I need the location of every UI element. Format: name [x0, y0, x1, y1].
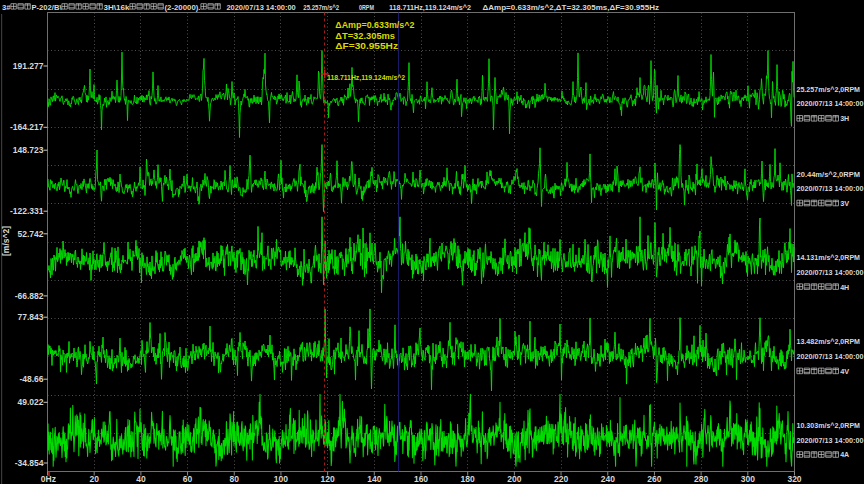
svg-text:140: 140 [367, 474, 381, 484]
svg-text:0Hz: 0Hz [41, 474, 56, 484]
svg-text:2020/07/13 14:00:00: 2020/07/13 14:00:00 [797, 268, 864, 277]
svg-text:320: 320 [787, 474, 801, 484]
svg-text:2020/07/13 14:00:00: 2020/07/13 14:00:00 [797, 99, 864, 108]
svg-text:148.723: 148.723 [13, 145, 44, 155]
svg-text:3V: 3V [840, 199, 850, 208]
svg-text:80: 80 [229, 474, 239, 484]
svg-text:(2-20000).: (2-20000). [165, 3, 201, 12]
svg-text:-164.217: -164.217 [10, 122, 44, 132]
svg-text:2020/07/13 14:00:00: 2020/07/13 14:00:00 [797, 352, 864, 361]
svg-text:200: 200 [507, 474, 521, 484]
svg-text:-66.882: -66.882 [15, 291, 44, 301]
svg-text:2020/07/13 14:00:00: 2020/07/13 14:00:00 [797, 436, 864, 445]
svg-text:300: 300 [741, 474, 755, 484]
svg-text:4V: 4V [840, 367, 850, 376]
svg-text:4A: 4A [840, 450, 849, 459]
svg-text:100: 100 [274, 474, 288, 484]
svg-text:60: 60 [183, 474, 193, 484]
svg-text:180: 180 [461, 474, 475, 484]
svg-text:260: 260 [647, 474, 661, 484]
svg-text:191.277: 191.277 [13, 61, 44, 71]
svg-text:3H: 3H [840, 114, 849, 123]
svg-text:52.742: 52.742 [18, 229, 44, 239]
svg-text:ΔAmp=0.633m/s^2: ΔAmp=0.633m/s^2 [335, 19, 414, 30]
svg-text:40: 40 [136, 474, 146, 484]
svg-text:-122.331: -122.331 [10, 206, 44, 216]
svg-text:2020/07/13 14:00:00: 2020/07/13 14:00:00 [797, 184, 864, 193]
svg-text:14.131m/s^2,0RPM: 14.131m/s^2,0RPM [797, 253, 861, 262]
svg-text:20: 20 [89, 474, 99, 484]
svg-text:13.482m/s^2,0RPM: 13.482m/s^2,0RPM [797, 337, 861, 346]
svg-text:77.843: 77.843 [18, 312, 44, 322]
svg-text:240: 240 [601, 474, 615, 484]
svg-text:0RPM: 0RPM [359, 3, 374, 12]
svg-text:-48.66: -48.66 [19, 374, 43, 384]
svg-text:118.711Hz,119.124m/s^2: 118.711Hz,119.124m/s^2 [327, 73, 405, 82]
svg-text:ΔAmp=0.633m/s^2,ΔT=32.305ms,ΔF: ΔAmp=0.633m/s^2,ΔT=32.305ms,ΔF=30.955Hz [483, 3, 660, 12]
svg-text:2020/07/13 14:00:00: 2020/07/13 14:00:00 [226, 3, 296, 12]
svg-text:4H: 4H [840, 283, 849, 292]
svg-text:10.303m/s^2,0RPM: 10.303m/s^2,0RPM [797, 421, 861, 430]
svg-text:280: 280 [694, 474, 708, 484]
svg-text:3#: 3# [2, 3, 11, 12]
svg-text:P-202/B\: P-202/B\ [32, 3, 63, 12]
svg-text:220: 220 [554, 474, 568, 484]
svg-text:25.257m/s^2: 25.257m/s^2 [303, 3, 339, 12]
svg-text:20.44m/s^2,0RPM: 20.44m/s^2,0RPM [797, 170, 861, 179]
svg-text:120: 120 [321, 474, 335, 484]
svg-text:[m/s^2]: [m/s^2] [1, 226, 11, 256]
svg-text:118.711Hz,119.124m/s^2: 118.711Hz,119.124m/s^2 [389, 3, 472, 12]
svg-text:-34.854: -34.854 [15, 458, 44, 468]
svg-text:160: 160 [414, 474, 428, 484]
svg-text:49.022: 49.022 [18, 397, 44, 407]
svg-text:3H\16k: 3H\16k [104, 3, 131, 12]
svg-text:25.257m/s^2,0RPM: 25.257m/s^2,0RPM [797, 85, 861, 94]
svg-text:ΔF=30.955Hz: ΔF=30.955Hz [335, 40, 398, 51]
